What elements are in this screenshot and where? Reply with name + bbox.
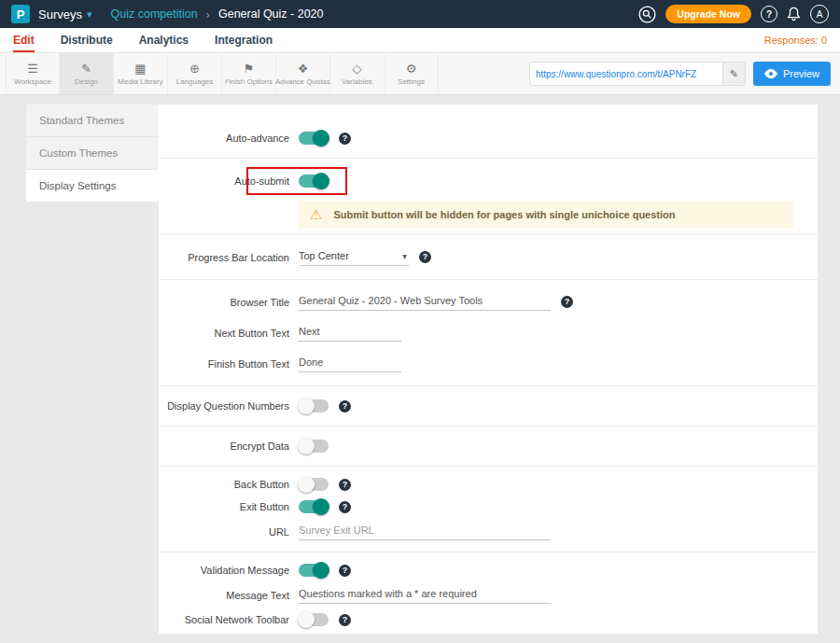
help-menu-icon[interactable]: ? [761,6,777,22]
breadcrumb: Quiz competition › General Quiz - 2020 [111,7,324,21]
help-icon[interactable]: ? [339,501,351,513]
auto-advance-toggle[interactable] [299,132,329,145]
help-icon[interactable]: ? [339,614,351,626]
browser-title-row: Browser Title ? [159,287,818,317]
search-icon[interactable] [638,6,656,23]
responses-count[interactable]: Responses: 0 [764,28,827,52]
display-question-numbers-toggle[interactable] [299,399,329,412]
next-button-text-input[interactable] [299,324,401,342]
sidebar-item-standard-themes[interactable]: Standard Themes [26,105,159,137]
exit-button-row: Exit Button ? [159,496,818,518]
auto-submit-warning-banner: ⚠ Submit button will be hidden for pages… [299,201,793,228]
finish-button-text-input[interactable] [299,355,401,372]
exit-url-row: URL [159,518,818,545]
help-icon[interactable]: ? [419,251,431,263]
help-icon[interactable]: ? [339,565,351,577]
eye-icon [764,69,777,78]
notifications-bell-icon[interactable] [787,7,801,21]
toolbar-right: https://www.questionpro.com/t/APNrFZ ✎ P… [529,53,834,94]
toolbar-item-design[interactable]: ✎ Design [60,53,114,94]
languages-icon: ⊕ [189,63,200,75]
sidebar-item-display-settings[interactable]: Display Settings [26,170,159,202]
help-icon[interactable]: ? [561,296,573,308]
help-icon[interactable]: ? [339,133,351,145]
chevron-down-icon: ▾ [402,251,407,261]
divider [159,552,818,552]
progress-bar-location-row: Progress Bar Location Top Center ▾ ? [159,242,818,273]
finish-options-icon: ⚑ [244,63,255,75]
encrypt-data-row: Encrypt Data [159,433,818,459]
tab-edit[interactable]: Edit [13,28,35,52]
divider [159,279,818,280]
breadcrumb-survey-name: General Quiz - 2020 [218,7,324,21]
finish-button-text-row: Finish Button Text [159,348,818,379]
back-button-row: Back Button ? [159,473,818,496]
survey-url-link[interactable]: https://www.questionpro.com/t/APNrFZ [530,69,722,79]
edit-toolbar: ☰ Workspace ✎ Design ▦ Media Library ⊕ L… [0,53,840,95]
main-nav: Edit Distribute Analytics Integration Re… [0,28,840,53]
message-text-row: Message Text [159,581,818,608]
warning-icon: ⚠ [310,207,322,221]
avatar[interactable]: A [810,5,829,23]
browser-title-input[interactable] [299,293,551,311]
divider [159,158,818,159]
toolbar-item-variables[interactable]: ◇ Variables [330,53,385,94]
content-area: Standard Themes Custom Themes Display Se… [0,95,840,643]
toolbar-item-finish-options[interactable]: ⚑ Finish Options [222,53,276,94]
design-sidebar: Standard Themes Custom Themes Display Se… [26,105,159,202]
divider [159,385,818,386]
surveys-menu[interactable]: Surveys ▾ [38,7,92,21]
tab-analytics[interactable]: Analytics [139,28,189,52]
validation-message-row: Validation Message ? [159,559,818,581]
edit-url-pencil-icon[interactable]: ✎ [722,63,745,85]
toolbar-item-languages[interactable]: ⊕ Languages [168,53,222,94]
sidebar-item-custom-themes[interactable]: Custom Themes [26,137,159,170]
settings-gear-icon: ⚙ [406,63,417,75]
app-window: P Surveys ▾ Quiz competition › General Q… [0,0,840,643]
divider [159,466,818,467]
top-bar: P Surveys ▾ Quiz competition › General Q… [0,0,840,28]
chevron-right-icon: › [206,7,210,21]
display-settings-panel: Auto-advance ? Auto-submit ⚠ Submit butt… [159,105,818,634]
topbar-actions: Upgrade Now ? A [638,5,829,23]
divider [159,234,818,235]
display-question-numbers-row: Display Question Numbers ? [159,393,818,419]
auto-submit-row: Auto-submit [159,165,818,197]
divider [159,637,818,638]
upgrade-now-button[interactable]: Upgrade Now [665,5,751,23]
auto-advance-row: Auto-advance ? [159,125,818,151]
advance-quotas-icon: ❖ [298,63,309,75]
chevron-down-icon: ▾ [87,8,92,21]
divider [159,426,818,426]
toolbar-item-workspace[interactable]: ☰ Workspace [6,53,60,94]
tab-integration[interactable]: Integration [215,28,273,52]
preview-button[interactable]: Preview [753,62,831,86]
exit-url-input[interactable] [299,523,551,540]
toolbar-item-media-library[interactable]: ▦ Media Library [114,53,168,94]
design-icon: ✎ [81,63,91,75]
social-network-toolbar-toggle[interactable] [299,613,329,626]
variables-icon: ◇ [353,63,362,75]
back-button-toggle[interactable] [299,478,329,491]
auto-submit-toggle[interactable] [299,175,329,188]
toolbar-item-advance-quotas[interactable]: ❖ Advance Quotas [276,53,330,94]
questionpro-logo[interactable]: P [11,5,30,23]
survey-url-box: https://www.questionpro.com/t/APNrFZ ✎ [529,62,746,86]
next-button-text-row: Next Button Text [159,317,818,348]
validation-message-toggle[interactable] [299,564,329,577]
exit-button-toggle[interactable] [299,500,329,513]
social-network-toolbar-row: Social Network Toolbar ? [159,608,818,631]
progress-bar-location-select[interactable]: Top Center ▾ [299,248,409,266]
encrypt-data-toggle[interactable] [299,440,329,453]
workspace-icon: ☰ [27,63,38,75]
toolbar-item-settings[interactable]: ⚙ Settings [385,53,439,94]
help-icon[interactable]: ? [339,400,351,412]
surveys-label: Surveys [38,7,82,21]
message-text-input[interactable] [299,586,551,604]
breadcrumb-survey-folder[interactable]: Quiz competition [111,7,198,21]
media-library-icon: ▦ [134,63,146,75]
tab-distribute[interactable]: Distribute [61,28,113,52]
help-icon[interactable]: ? [339,479,351,491]
